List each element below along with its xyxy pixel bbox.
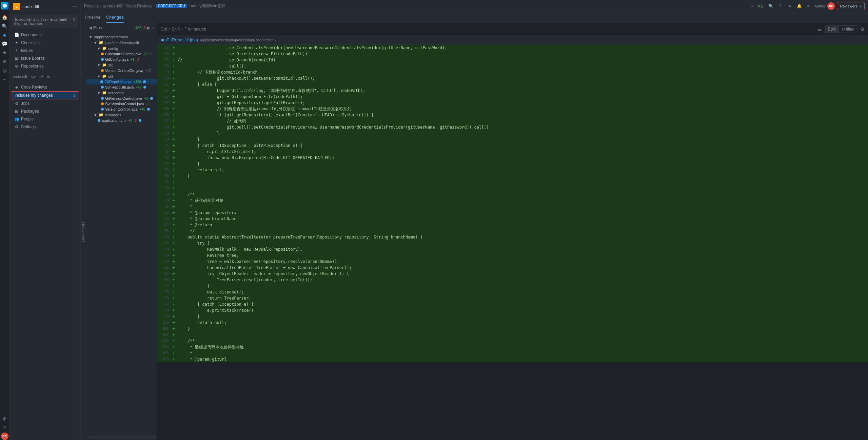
more-icon[interactable]: ··· [1,75,8,83]
boards-icon: ▦ [14,56,19,61]
tree-root-path[interactable]: ▼ /application/src/main [86,34,157,40]
breadcrumb-sep3: / [154,4,155,8]
home-icon[interactable]: 🏠 [1,14,8,21]
branch-icon[interactable]: ⎇ [38,74,44,80]
breadcrumb-tag[interactable]: CODE-DIFF-CR-1 [156,4,187,8]
list-item[interactable]: GitRepoUtil.java +168 [86,79,157,84]
grid-icon[interactable]: ⊞ [1,58,8,65]
plugin-icon[interactable]: ⊕ [1,415,8,422]
sidebar-item-jobs[interactable]: ⚙ Jobs [11,100,79,107]
line-content: git = Git.open(new File(codePath)); [176,94,868,100]
line-content: return TreeParser; [176,295,868,301]
add-file-btn[interactable]: + [152,25,154,31]
sidebar-item-issue-boards[interactable]: ▦ Issue Boards [11,55,79,62]
breadcrumb-code-reviews[interactable]: Code Reviews [126,4,152,8]
line-content: if (git.getRepository().exactRef(Constan… [176,112,868,118]
project-icon[interactable]: ◈ [1,31,8,39]
panel-collapse-btn[interactable]: ◀ [89,25,92,30]
docs-panel-toggle[interactable]: Documents [81,23,86,440]
hint-close-btn[interactable]: ✕ [73,17,76,22]
line-marker: + [171,185,176,191]
breadcrumb-projects[interactable]: Projects [84,4,99,8]
search-topbar-icon[interactable]: 🔍 [767,2,774,10]
sidebar-item-checklists[interactable]: ✦ Checklists [11,39,79,46]
line-marker: + [171,118,176,124]
code-diff-area[interactable]: 55+ .setCredentialsProvider(new Username… [157,45,868,440]
breadcrumb-code-diff-label: code-diff [107,4,122,8]
table-row: 57+// .setBranch(commitId) [157,57,868,63]
tab-changes[interactable]: Changes [106,12,124,23]
docs-panel-label: Documents [81,222,85,242]
diff-settings-icon[interactable]: ⚙ [860,26,865,32]
vercontrol-folder-icon: 📁 [102,91,107,95]
line-number: 61 [157,81,171,88]
chat-icon[interactable]: 💬 [1,40,8,47]
sidebar-boards-label: Issue Boards [21,56,76,61]
line-number: 59 [157,69,171,75]
list-item[interactable]: application.yml +8 -2 [86,118,157,123]
sidebar-item-packages[interactable]: ⊞ Packages [11,108,79,115]
target-icon[interactable]: ◎ [1,66,8,74]
sidebar-more-btn[interactable]: ··· [73,3,77,9]
topbar-more-btn[interactable]: ··· [751,4,754,8]
sidebar-item-includes-my-changes[interactable]: Includes my changes 1 [11,91,79,99]
tab-timeline[interactable]: Timeline [84,12,101,23]
sidebar-item-settings[interactable]: ⚙ Settings [11,123,79,131]
list-item[interactable]: VersionControl.java +48 [86,107,157,112]
diff-align-icon[interactable]: ⚌ [817,26,822,32]
settings-sm-icon[interactable]: ⊞ [45,74,52,80]
line-marker: + [171,75,176,81]
file-status-dot [101,69,104,72]
sidebar-item-repositories[interactable]: ⊗ Repositories [11,62,79,70]
tree-folder-config[interactable]: ▼ 📁 config [86,45,157,51]
star-icon[interactable]: ★ [1,49,8,56]
dto-folder-icon: 📁 [102,63,107,67]
tree-folder-resources[interactable]: ▼ 📁 resources [86,112,157,118]
split-view-btn[interactable]: Split [825,25,839,33]
search-icon[interactable]: 🔍 [1,22,8,30]
list-item[interactable]: SvnVersionControl.java +1 [86,101,157,107]
tree-folder-dto[interactable]: ▼ 📁 dto [86,62,157,68]
sidebar-item-documents[interactable]: 📄 Documents [11,31,79,39]
panel-expand-btn[interactable]: ▶ [147,25,150,30]
line-number: 83 [157,216,171,222]
line-number: 86 [157,234,171,240]
sidebar-item-people[interactable]: 👥 People [11,115,79,123]
line-number: 77 [157,179,171,185]
list-item[interactable]: GitConfig.java +1 -3 [86,57,157,62]
list-item[interactable]: SvnRepoUtil.java +49 [86,84,157,90]
tree-folder-java[interactable]: ▼ 📁 java/com/dr/code/diff [86,40,157,45]
code-icon[interactable]: </> [31,74,37,80]
stat-additions: +465 [133,26,141,30]
breadcrumb-code-diff[interactable]: ⊞ code-diff [103,4,122,8]
reviewers-button[interactable]: Reviewers + [837,2,865,10]
user-avatar[interactable]: DR [827,2,835,10]
breadcrumb-title: [modify]增加svn差异 [189,3,225,9]
line-content: } [176,130,868,136]
notification-area[interactable]: ● 1 [756,3,765,9]
list-item[interactable]: VersionControlDto.java + [86,68,157,73]
table-row: 85+ */ [157,228,868,234]
table-row: 98+ e.printStackTrace(); [157,307,868,313]
resources-folder-icon: 📁 [99,113,103,117]
tree-folder-util[interactable]: ▼ 📁 util [86,73,157,79]
edit-topbar-icon[interactable]: ✏ [805,2,812,10]
file-name-label: SvnRepoUtil.java [105,85,134,89]
line-marker: + [171,320,176,326]
line-number: 75 [157,167,171,173]
sidebar-item-issues[interactable]: ! Issues [11,47,79,54]
help-icon[interactable]: ? [1,424,8,431]
help-topbar-icon[interactable]: ? [776,2,784,10]
user-avatar-small[interactable]: DR [1,433,8,440]
bell-icon[interactable]: 🔔 [795,2,803,10]
list-item[interactable]: CustomizeConfig.java +5 [86,51,157,57]
line-marker: + [171,100,176,106]
star-topbar-icon[interactable]: ★ [786,2,793,10]
line-number: 98 [157,307,171,313]
tree-folder-vercontrol[interactable]: ▼ 📁 vercontrol [86,90,157,96]
file-panel-scrollbar[interactable] [87,436,156,439]
line-marker: + [171,265,176,271]
sidebar-item-code-reviews[interactable]: ◈ Code Reviews [11,83,79,91]
list-item[interactable]: GitVersionControl.java +1 [86,96,157,101]
unified-view-btn[interactable]: Unified [839,25,857,33]
